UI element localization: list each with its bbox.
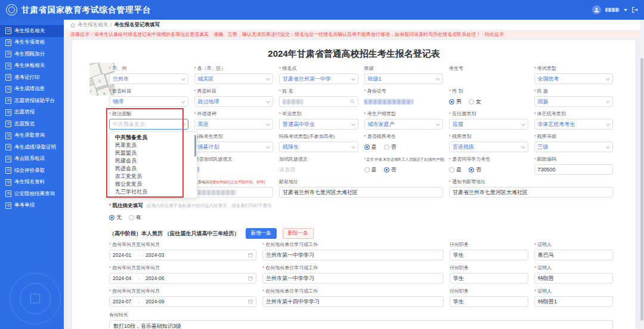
user-avatar[interactable] <box>592 5 601 14</box>
add-row-button[interactable]: 新增一条 <box>246 228 277 239</box>
field-label: 邮政编码 <box>534 156 614 162</box>
field-label: 报名点 <box>279 65 358 72</box>
disability-level-select[interactable]: 三级 <box>534 142 614 152</box>
place-input[interactable]: 兰州市第一中学学习 <box>262 273 444 284</box>
doc-icon <box>5 179 11 186</box>
breadcrumb-current: 考生报名登记表填写 <box>114 21 160 29</box>
sidebar-item-volunteer-assist[interactable]: 志愿填报辅助平台 <box>0 95 64 107</box>
dropdown-option[interactable]: 中共预备党员 <box>110 134 197 142</box>
sidebar-item-volunteer-fill[interactable]: 志愿填报 <box>0 107 64 119</box>
duty-input[interactable]: 学生 <box>450 250 528 260</box>
gender-female-radio[interactable]: 女 <box>469 98 481 106</box>
dropdown-option[interactable]: 农工党党员 <box>110 173 197 180</box>
equivalent-no-radio[interactable]: 否 <box>469 166 481 174</box>
place-input[interactable]: 兰州市第一中学学习 <box>262 250 444 260</box>
radio-dot <box>129 215 134 220</box>
person-icon <box>594 7 599 13</box>
date-range-picker[interactable]: 2024-07→2024-09 <box>109 296 256 307</box>
sidebar-item-registration-material[interactable]: 考生报名资料 <box>0 177 64 189</box>
date-range-picker[interactable]: 2024-04→2024-06 <box>109 273 256 284</box>
postcode-input[interactable]: 730500 <box>534 164 614 175</box>
migrant-yes-radio[interactable]: 是 <box>364 166 377 174</box>
sidebar-item-score-certificate[interactable]: 考生成绩/录取证明 <box>0 142 64 153</box>
breadcrumb-root[interactable]: 考生报名相关 <box>78 21 108 29</box>
medical-none-radio[interactable]: 无 <box>109 214 122 222</box>
date-range-picker[interactable]: 2024-01→2024-03 <box>109 250 256 260</box>
tiyi-type-select[interactable]: 非体艺统考考生 <box>534 119 614 130</box>
disability-type-select[interactable]: 言语残疾 <box>449 142 528 152</box>
registration-form-card: 2024年甘肃省普通高校招生考生报名登记表 G V B 市、州 兰州市 县（市、… <box>72 40 636 329</box>
registration-site-select[interactable]: 甘肃省兰州第一中学 <box>279 73 358 84</box>
sidebar-item-volunteer-preview[interactable]: 志愿预览 <box>0 118 64 130</box>
email-address-input[interactable]: 甘肃省兰州市七里河区大滩社区 <box>279 187 443 198</box>
field-label: 是否同等学力考生 <box>449 156 528 162</box>
chevron-down-icon[interactable] <box>624 9 627 11</box>
class-select[interactable]: 班级1 <box>364 73 444 84</box>
doc-icon <box>5 121 11 127</box>
sidebar-item-comprehensive-eval[interactable]: 综合评价录取 <box>0 165 64 177</box>
masked-name-value <box>283 99 303 104</box>
political-status-select[interactable]: 中共预备党员 <box>109 119 188 130</box>
gender-male-radio[interactable]: 男 <box>449 98 462 106</box>
field-label: 应往届类别 <box>449 110 528 117</box>
ethnic-select[interactable]: 回族 <box>534 96 614 107</box>
doc-icon <box>5 86 11 93</box>
remove-row-button[interactable]: 删除一条 <box>283 228 314 239</box>
medical-yes-radio[interactable]: 有 <box>129 214 141 222</box>
exam-type-select[interactable]: 全国统考 <box>534 73 614 84</box>
city-select[interactable]: 兰州市 <box>109 73 188 84</box>
chevron-down-icon <box>266 122 270 126</box>
equivalent-yes-radio[interactable]: 是 <box>449 166 462 174</box>
witness-input[interactable]: 特朗普 <box>534 273 613 284</box>
disabled-yes-radio[interactable]: 是 <box>364 143 377 151</box>
county-select[interactable]: 城关区 <box>194 73 274 84</box>
specialty-textarea[interactable]: 散打10段，音乐基础知识3级 <box>109 320 613 329</box>
sidebar-item-police-college-result[interactable]: 公安院校结果查询 <box>0 188 64 200</box>
sidebar-item-admission-query[interactable]: 考生录取查询 <box>0 130 64 142</box>
field-label: 姓 名 <box>279 88 358 94</box>
special-exam-type-select[interactable]: 残障生 <box>279 142 358 152</box>
dropdown-option[interactable]: 民革党员 <box>110 142 197 149</box>
logout-icon[interactable] <box>631 7 638 13</box>
foreign-language-select[interactable]: 英语 <box>194 119 274 130</box>
minority-language-select: 请选择 <box>279 164 358 175</box>
search-icon <box>350 99 355 104</box>
field-label: 残疾类别 <box>449 133 528 140</box>
disabled-no-radio[interactable]: 否 <box>384 143 397 151</box>
hukou-type-select[interactable]: 城市家庭户 <box>364 119 444 130</box>
scrollbar-thumb[interactable] <box>640 58 643 321</box>
sidebar-item-registration[interactable]: 考生报名相关 <box>0 25 64 37</box>
name-input[interactable] <box>279 96 358 107</box>
sidebar-item-site-phone[interactable]: 考点联系电话 <box>0 153 64 165</box>
graduation-type-select[interactable]: 普通高中毕业 <box>279 119 358 130</box>
dropdown-option[interactable]: 民盟盟员 <box>110 149 197 157</box>
first-subject-select[interactable]: 物理 <box>109 96 188 107</box>
dropdown-option[interactable]: 民进会员 <box>110 165 197 173</box>
username-masked[interactable] <box>605 8 620 12</box>
sidebar-item-admission-ticket[interactable]: 准考证打印 <box>0 72 64 84</box>
sidebar-item-special-qualification[interactable]: 考生专项资格 <box>0 37 64 49</box>
dropdown-option[interactable]: 致公党党员 <box>110 180 197 188</box>
second-subject-select[interactable]: 政治地理 <box>194 96 274 107</box>
duty-input[interactable]: 学生 <box>450 273 528 284</box>
fresh-type-select[interactable]: 应届 <box>449 119 528 130</box>
mail-address-input[interactable]: 甘肃省兰州市七里河区大滩社区 <box>449 187 613 198</box>
specialty-label: 有何特长 <box>109 312 613 318</box>
dropdown-option[interactable]: 民建会员 <box>110 157 197 165</box>
witness-input[interactable]: 奥巴马 <box>534 250 613 260</box>
sidebar-watermark <box>10 273 61 324</box>
sidebar-item-bonus-points[interactable]: 考生照顾加分 <box>0 48 64 60</box>
place-input[interactable]: 兰州市第十四中学学习 <box>262 296 444 307</box>
chevron-down-icon <box>521 144 525 149</box>
special-candidate-select[interactable]: 强基计划 <box>194 142 274 152</box>
phone2-input[interactable] <box>194 187 274 198</box>
duty-input[interactable]: 学生 <box>450 296 528 307</box>
sidebar-item-scores[interactable]: 考生成绩信息 <box>0 84 64 96</box>
witness-input[interactable]: 特朗普1 <box>534 296 613 307</box>
dropdown-option[interactable]: 九三学社社员 <box>110 188 197 196</box>
migrant-no-radio[interactable]: 否 <box>384 166 397 174</box>
dropdown-scrollbar[interactable] <box>194 135 196 156</box>
sidebar-item-single-exam[interactable]: 单考单招 <box>0 200 64 212</box>
sidebar-item-physical-exam[interactable]: 考生体检相关 <box>0 60 64 72</box>
medical-history-label: * 既往病史填写此项内容仅用于体检表中的对应内容显示，报名表打印时不显示 <box>109 202 613 210</box>
